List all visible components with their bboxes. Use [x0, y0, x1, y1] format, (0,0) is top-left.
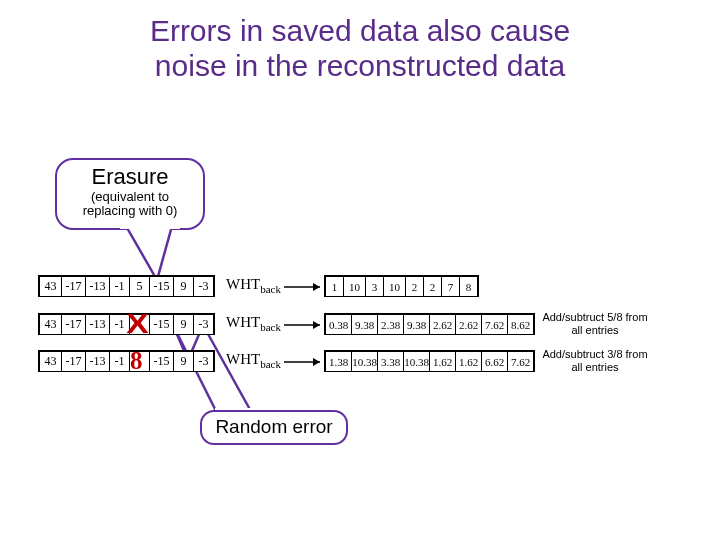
cell: 9.38 — [404, 315, 430, 335]
cell: -13 — [86, 352, 110, 372]
cell: 7 — [442, 277, 460, 297]
random-error-callout: Random error — [200, 410, 348, 445]
cell: -1 — [110, 352, 130, 372]
cell: 9.38 — [352, 315, 378, 335]
cell: 1.62 — [456, 352, 482, 372]
erasure-sub2: replacing with 0) — [57, 204, 203, 218]
cell: 43 — [40, 352, 62, 372]
cell: 9 — [174, 352, 194, 372]
cell: 2.38 — [378, 315, 404, 335]
data-vector: 43-17-13-15-159-3 — [38, 275, 215, 297]
cell: 43 — [40, 315, 62, 335]
cell: -17 — [62, 352, 86, 372]
cell: 2 — [406, 277, 424, 297]
cell: 8 — [460, 277, 478, 297]
cell: 2 — [424, 277, 442, 297]
cell: -3 — [194, 315, 214, 335]
cell: 2.62 — [456, 315, 482, 335]
erasure-x-mark: X — [126, 308, 148, 340]
data-vector: 1.3810.383.3810.381.621.626.627.62 — [324, 350, 535, 372]
cell: -15 — [150, 352, 174, 372]
cell: -13 — [86, 315, 110, 335]
cell: 1.38 — [326, 352, 352, 372]
svg-marker-5 — [313, 321, 320, 329]
effect-note: Add/subtruct 5/8 from all entries — [540, 311, 650, 336]
cell: -17 — [62, 277, 86, 297]
data-vector: 1103102278 — [324, 275, 479, 297]
svg-marker-7 — [313, 358, 320, 366]
erasure-sub1: (equivalent to — [57, 190, 203, 204]
random-error-label: Random error — [215, 416, 332, 437]
cell: -3 — [194, 277, 214, 297]
cell: -1 — [110, 277, 130, 297]
cell: 10 — [384, 277, 406, 297]
cell: 2.62 — [430, 315, 456, 335]
cell: 1.62 — [430, 352, 456, 372]
slide-title: Errors in saved data also cause noise in… — [0, 14, 720, 83]
cell: 3 — [366, 277, 384, 297]
cell: 43 — [40, 277, 62, 297]
wht-back-label: WHTback — [226, 276, 281, 295]
cell: 10.38 — [352, 352, 378, 372]
title-line2: noise in the reconstructed data — [155, 49, 565, 82]
cell: 8.62 — [508, 315, 534, 335]
erasure-callout: Erasure (equivalent to replacing with 0) — [55, 158, 205, 230]
cell: 10 — [344, 277, 366, 297]
svg-marker-3 — [313, 283, 320, 291]
wht-back-label: WHTback — [226, 314, 281, 333]
erasure-pointer-triangle — [126, 226, 172, 280]
data-vector: 0.389.382.389.382.622.627.628.62 — [324, 313, 535, 335]
title-line1: Errors in saved data also cause — [150, 14, 570, 47]
cell: 3.38 — [378, 352, 404, 372]
cell: 6.62 — [482, 352, 508, 372]
cell: 9 — [174, 315, 194, 335]
cell: 0.38 — [326, 315, 352, 335]
random-error-8-mark: 8 — [130, 348, 143, 373]
cell: 7.62 — [508, 352, 534, 372]
cell: 5 — [130, 277, 150, 297]
cell: 1 — [326, 277, 344, 297]
cell: 10.38 — [404, 352, 430, 372]
cell: 9 — [174, 277, 194, 297]
data-vector: 43-17-13-1-159-3 — [38, 350, 215, 372]
cell: 7.62 — [482, 315, 508, 335]
erasure-title: Erasure — [57, 164, 203, 190]
cell: -13 — [86, 277, 110, 297]
cell: -15 — [150, 315, 174, 335]
cell: -3 — [194, 352, 214, 372]
cell: -15 — [150, 277, 174, 297]
effect-note: Add/subtruct 3/8 from all entries — [540, 348, 650, 373]
cell: -17 — [62, 315, 86, 335]
wht-back-label: WHTback — [226, 351, 281, 370]
